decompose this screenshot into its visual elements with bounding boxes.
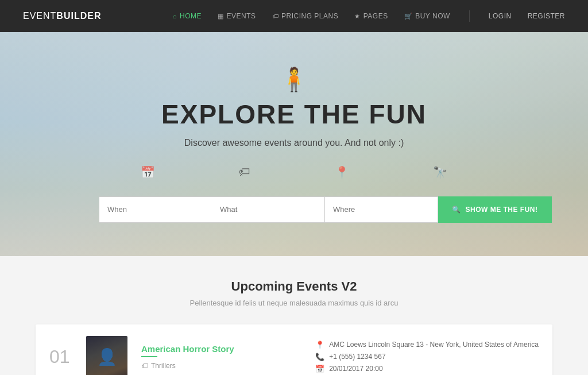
event-phone-row: 📞 +1 (555) 1234 567 <box>315 353 539 361</box>
calendar-icon: 📅 <box>141 165 155 179</box>
location-icon: 📍 <box>335 165 349 179</box>
category-label: Thrillers <box>151 362 176 370</box>
event-img-icon: 👤 <box>97 347 117 366</box>
nav-link-register[interactable]: REGISTER <box>528 12 565 20</box>
hero-subtitle: Discover awesome events around you. And … <box>99 138 489 148</box>
section-header: Upcoming Events V2 Pellentesque id felis… <box>23 279 565 307</box>
nav-link-buy-now[interactable]: 🛒 BUY NOW <box>404 12 450 20</box>
when-input[interactable] <box>99 196 212 223</box>
home-icon: ⌂ <box>173 13 177 20</box>
category-icon: 🏷 <box>141 362 148 370</box>
event-thumbnail: 👤 <box>86 336 127 375</box>
nav-item-pricing[interactable]: 🏷 PRICING PLANS <box>272 12 339 20</box>
search-button[interactable]: 🔍 SHOW ME THE FUN! <box>438 196 552 223</box>
hero-icons-row: 📅 🏷 📍 🔭 <box>99 165 489 179</box>
event-date-row: 📅 20/01/2017 20:00 <box>315 365 539 373</box>
pricing-icon: 🏷 <box>272 13 279 20</box>
location-detail-icon: 📍 <box>315 341 324 349</box>
event-category: 🏷 Thrillers <box>141 362 315 370</box>
nav-link-pricing[interactable]: 🏷 PRICING PLANS <box>272 12 339 20</box>
nav-link-pages[interactable]: ★ PAGES <box>354 12 388 20</box>
nav-item-pages[interactable]: ★ PAGES <box>354 12 388 20</box>
phone-icon: 📞 <box>315 353 324 361</box>
main-content: Upcoming Events V2 Pellentesque id felis… <box>0 256 588 375</box>
section-subtitle: Pellentesque id felis ut neque malesuada… <box>23 299 565 307</box>
nav-item-login[interactable]: LOGIN <box>489 12 512 20</box>
nav-divider <box>469 10 470 22</box>
event-title-link[interactable]: American Horror Story <box>141 344 315 354</box>
binoculars-icon: 🔭 <box>433 165 447 179</box>
event-title-underline <box>141 356 157 357</box>
event-img-inner: 👤 <box>86 336 127 375</box>
event-location: AMC Loews Lincoln Square 13 - New York, … <box>329 341 539 349</box>
pages-icon: ★ <box>354 13 361 20</box>
cart-icon: 🛒 <box>404 13 413 20</box>
hero-content: 🧍 EXPLORE THE FUN Discover awesome event… <box>99 66 489 196</box>
nav-item-buy-now[interactable]: 🛒 BUY NOW <box>404 12 450 20</box>
nav-link-events[interactable]: ▦ EVENTS <box>218 12 256 20</box>
tag-icon: 🏷 <box>239 165 250 179</box>
person-icon: 🧍 <box>99 66 489 93</box>
event-date: 20/01/2017 20:00 <box>329 365 382 373</box>
section-title: Upcoming Events V2 <box>23 279 565 294</box>
search-icon: 🔍 <box>452 206 461 214</box>
event-card: 01 👤 American Horror Story 🏷 Thrillers 📍… <box>36 324 552 375</box>
nav-item-events[interactable]: ▦ EVENTS <box>218 12 256 20</box>
nav-links: ⌂ HOME ▦ EVENTS 🏷 PRICING PLANS ★ PAGES <box>173 10 565 22</box>
brand-name-part1: EVENT <box>23 11 56 21</box>
where-input[interactable] <box>324 196 438 223</box>
search-button-label: SHOW ME THE FUN! <box>466 206 538 214</box>
search-bar: 🔍 SHOW ME THE FUN! <box>99 196 489 223</box>
event-number: 01 <box>49 346 72 368</box>
nav-item-register[interactable]: REGISTER <box>528 12 565 20</box>
calendar-detail-icon: 📅 <box>315 365 324 373</box>
nav-link-home[interactable]: ⌂ HOME <box>173 12 202 20</box>
event-location-row: 📍 AMC Loews Lincoln Square 13 - New York… <box>315 341 539 349</box>
events-icon: ▦ <box>218 13 224 20</box>
event-info: American Horror Story 🏷 Thrillers <box>141 344 315 370</box>
hero-title: EXPLORE THE FUN <box>99 99 489 130</box>
brand-logo[interactable]: EVENTBUILDER <box>23 11 101 21</box>
brand-name-part2: BUILDER <box>56 11 101 21</box>
event-details: 📍 AMC Loews Lincoln Square 13 - New York… <box>315 341 539 373</box>
navbar: EVENTBUILDER ⌂ HOME ▦ EVENTS 🏷 PRICING P… <box>0 0 588 32</box>
what-input[interactable] <box>212 196 324 223</box>
event-phone: +1 (555) 1234 567 <box>329 353 385 361</box>
nav-link-login[interactable]: LOGIN <box>489 12 512 20</box>
nav-item-home[interactable]: ⌂ HOME <box>173 12 202 20</box>
hero-section: 🧍 EXPLORE THE FUN Discover awesome event… <box>0 32 588 256</box>
